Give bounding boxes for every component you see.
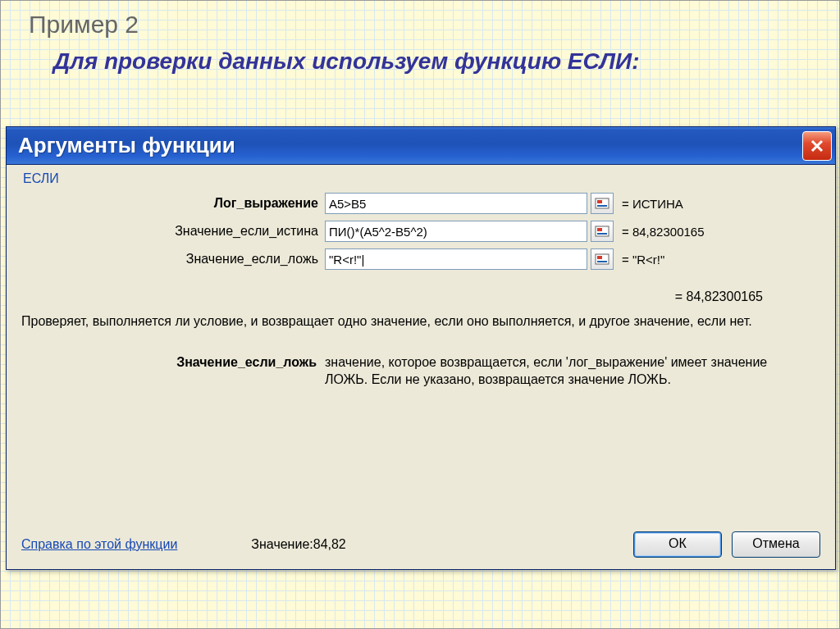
svg-rect-8 [597,261,607,262]
function-arguments-dialog: Аргументы функции ЕСЛИ Лог_выражение = И… [6,126,836,570]
cancel-button[interactable]: Отмена [732,531,820,558]
ok-button[interactable]: ОК [633,531,722,558]
argument-row: Лог_выражение = ИСТИНА [21,193,820,214]
value-if-false-input[interactable] [325,248,587,270]
parameter-text: значение, которое возвращается, если 'ло… [325,353,820,389]
result-value: Значение:84,82 [251,537,345,552]
value-if-true-input[interactable] [325,221,587,242]
svg-rect-1 [597,200,602,203]
svg-rect-4 [597,228,602,231]
argument-result: = "R<r!" [622,253,664,267]
dialog-titlebar[interactable]: Аргументы функции [7,127,835,165]
slide-subtitle: Пример 2 [29,11,139,39]
svg-rect-2 [597,205,607,207]
function-description: Проверяет, выполняется ли условие, и воз… [21,312,820,330]
svg-rect-5 [597,233,607,235]
parameter-label: Значение_если_ложь [71,353,325,389]
slide-title: Для проверки данных используем функцию Е… [53,48,639,75]
svg-rect-7 [597,256,602,259]
formula-result: = 84,82300165 [21,289,820,304]
argument-row: Значение_если_истина = 84,82300165 [21,221,820,242]
dialog-footer: Справка по этой функции Значение:84,82 О… [21,531,820,558]
range-selector-button[interactable] [591,193,614,214]
range-selector-icon [595,198,609,209]
argument-label: Значение_если_истина [71,224,325,239]
range-selector-icon [595,226,609,237]
dialog-title: Аргументы функции [18,133,802,158]
argument-label: Лог_выражение [71,196,325,211]
argument-label: Значение_если_ложь [71,252,325,267]
dialog-body: ЕСЛИ Лог_выражение = ИСТИНА Значение_есл… [7,165,835,569]
range-selector-button[interactable] [591,221,614,242]
close-button[interactable] [802,131,832,161]
argument-row: Значение_если_ложь = "R<r!" [21,248,820,270]
argument-result: = ИСТИНА [622,197,683,211]
range-selector-button[interactable] [591,248,614,270]
close-icon [809,138,825,154]
logical-test-input[interactable] [325,193,587,214]
parameter-description: Значение_если_ложь значение, которое воз… [21,353,820,389]
argument-result: = 84,82300165 [622,225,705,239]
help-link[interactable]: Справка по этой функции [21,537,177,552]
range-selector-icon [595,253,609,265]
function-name: ЕСЛИ [21,171,820,186]
